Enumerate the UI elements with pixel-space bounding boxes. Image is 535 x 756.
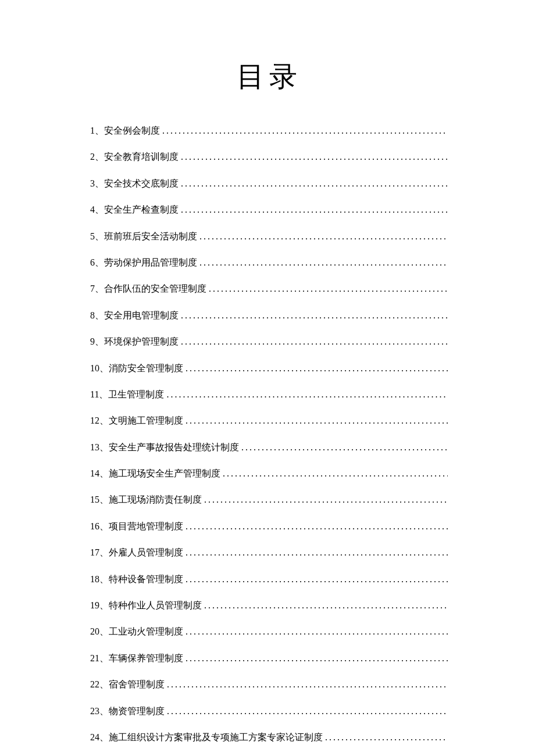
toc-entry: 19、 特种作业人员管理制度 [90,599,448,612]
toc-entry: 7、 合作队伍的安全管理制度 [90,282,448,295]
toc-text: 安全用电管理制度 [104,309,179,322]
toc-number: 20、 [90,625,109,638]
toc-text: 项目营地管理制度 [109,520,183,533]
toc-number: 11、 [90,388,108,401]
toc-entry: 6、 劳动保护用品管理制度 [90,256,448,269]
toc-text: 施工现场消防责任制度 [109,493,202,506]
toc-text: 文明施工管理制度 [109,414,183,427]
toc-entry: 4、 安全生产检查制度 [90,203,448,216]
toc-leader-dots [202,599,448,612]
toc-leader-dots [183,520,448,533]
toc-leader-dots [197,256,448,269]
toc-entry: 5、 班前班后安全活动制度 [90,230,448,243]
toc-text: 车辆保养管理制度 [109,652,183,665]
toc-text: 宿舍管理制度 [109,678,165,691]
toc-number: 9、 [90,335,104,348]
toc-number: 4、 [90,203,104,216]
page-title: 目录 [90,58,448,95]
toc-leader-dots [164,388,448,401]
toc-text: 环境保护管理制度 [104,335,179,348]
toc-entry: 3、 安全技术交底制度 [90,177,448,190]
toc-text: 物资管理制度 [109,705,165,718]
toc-entry: 14、 施工现场安全生产管理制度 [90,467,448,480]
toc-text: 班前班后安全活动制度 [104,230,197,243]
toc-leader-dots [179,309,448,322]
toc-leader-dots [183,362,448,375]
toc-entry: 9、 环境保护管理制度 [90,335,448,348]
toc-number: 5、 [90,230,104,243]
toc-leader-dots [179,203,448,216]
toc-number: 22、 [90,678,109,691]
toc-text: 外雇人员管理制度 [109,546,183,559]
toc-number: 13、 [90,441,109,454]
toc-text: 安全教育培训制度 [104,151,179,163]
toc-number: 21、 [90,652,109,665]
toc-entry: 11、 卫生管理制度 [90,388,448,401]
toc-text: 消防安全管理制度 [109,362,183,375]
toc-text: 劳动保护用品管理制度 [104,256,197,269]
toc-leader-dots [165,678,448,691]
toc-text: 特种作业人员管理制度 [109,599,202,612]
toc-entry: 12、 文明施工管理制度 [90,414,448,427]
toc-number: 16、 [90,520,109,533]
toc-entry: 23、 物资管理制度 [90,705,448,718]
toc-number: 7、 [90,282,104,295]
toc-leader-dots [179,335,448,348]
toc-text: 特种设备管理制度 [109,573,183,586]
toc-number: 2、 [90,151,104,163]
toc-leader-dots [197,230,448,243]
toc-number: 18、 [90,573,109,586]
toc-number: 10、 [90,362,109,375]
toc-number: 1、 [90,124,104,137]
toc-number: 19、 [90,599,109,612]
toc-leader-dots [179,151,448,163]
toc-number: 15、 [90,493,109,506]
toc-text: 卫生管理制度 [108,388,164,401]
toc-leader-dots [165,705,448,718]
toc-text: 施工现场安全生产管理制度 [109,467,220,480]
toc-number: 23、 [90,705,109,718]
toc-number: 14、 [90,467,109,480]
toc-number: 17、 [90,546,109,559]
toc-entry: 16、 项目营地管理制度 [90,520,448,533]
toc-number: 24、 [90,731,109,744]
toc-leader-dots [202,493,448,506]
table-of-contents: 1、 安全例会制度 2、 安全教育培训制度 3、 安全技术交底制度 4、 安全生… [90,124,448,744]
toc-number: 8、 [90,309,104,322]
toc-entry: 2、 安全教育培训制度 [90,151,448,163]
toc-text: 施工组织设计方案审批及专项施工方案专家论证制度 [109,731,323,744]
toc-entry: 22、 宿舍管理制度 [90,678,448,691]
toc-entry: 18、 特种设备管理制度 [90,573,448,586]
toc-leader-dots [183,414,448,427]
toc-entry: 8、 安全用电管理制度 [90,309,448,322]
toc-number: 6、 [90,256,104,269]
toc-leader-dots [179,177,448,190]
toc-leader-dots [220,467,448,480]
toc-entry: 1、 安全例会制度 [90,124,448,137]
toc-leader-dots [160,124,448,137]
toc-leader-dots [206,282,448,295]
toc-entry: 10、 消防安全管理制度 [90,362,448,375]
toc-leader-dots [183,546,448,559]
toc-text: 安全生产检查制度 [104,203,179,216]
toc-leader-dots [183,573,448,586]
toc-entry: 20、 工业动火管理制度 [90,625,448,638]
toc-text: 工业动火管理制度 [109,625,183,638]
toc-leader-dots [183,652,448,665]
toc-leader-dots [239,441,448,454]
toc-leader-dots [323,731,448,744]
toc-entry: 17、 外雇人员管理制度 [90,546,448,559]
toc-leader-dots [183,625,448,638]
toc-entry: 13、 安全生产事故报告处理统计制度 [90,441,448,454]
toc-text: 合作队伍的安全管理制度 [104,282,206,295]
toc-entry: 21、 车辆保养管理制度 [90,652,448,665]
toc-number: 3、 [90,177,104,190]
toc-entry: 24、 施工组织设计方案审批及专项施工方案专家论证制度 [90,731,448,744]
toc-text: 安全生产事故报告处理统计制度 [109,441,239,454]
toc-number: 12、 [90,414,109,427]
toc-text: 安全例会制度 [104,124,160,137]
toc-text: 安全技术交底制度 [104,177,179,190]
toc-entry: 15、 施工现场消防责任制度 [90,493,448,506]
